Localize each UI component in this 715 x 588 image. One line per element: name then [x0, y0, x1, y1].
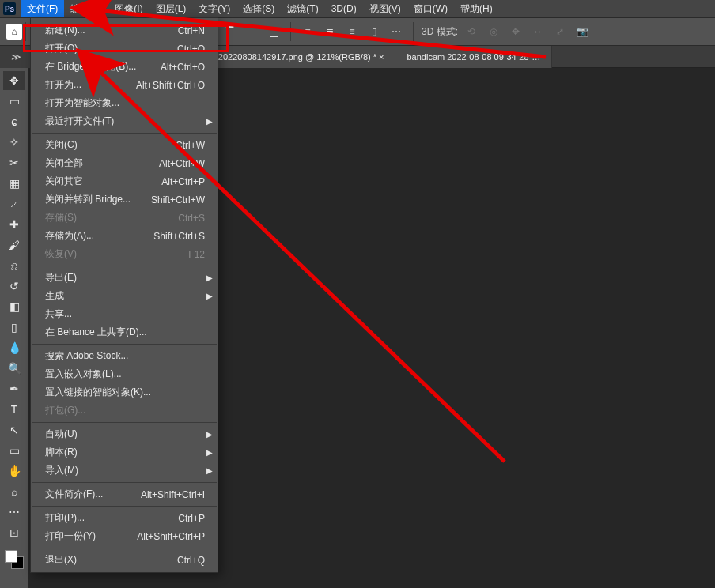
move-tool[interactable]: ✥ — [3, 71, 25, 90]
menu-item[interactable]: 共享... — [31, 305, 218, 323]
menubar-item-layer[interactable]: 图层(L) — [149, 0, 193, 17]
menu-item[interactable]: 退出(X)Ctrl+Q — [31, 551, 218, 569]
3d-pan-icon[interactable]: ✥ — [507, 23, 524, 40]
document-tab[interactable]: bandicam 2022-08-08 09-34-25-… — [395, 46, 552, 68]
menubar-item-image[interactable]: 图像(I) — [108, 0, 149, 17]
menu-item[interactable]: 最近打开文件(T)▶ — [31, 112, 218, 130]
menu-item-shortcut: Ctrl+Q — [177, 555, 205, 566]
menu-item[interactable]: 导入(M)▶ — [31, 462, 218, 480]
align-bottom-icon[interactable]: ▁ — [265, 23, 282, 40]
chevron-double-right-icon: ≫ — [11, 51, 21, 62]
menu-item-shortcut: Ctrl+O — [177, 43, 205, 55]
edit-toolbar[interactable]: ⊡ — [3, 523, 25, 542]
menu-separator — [32, 266, 217, 266]
menu-item[interactable]: 关闭并转到 Bridge...Shift+Ctrl+W — [31, 190, 218, 209]
menu-item-label: 存储为(A)... — [45, 229, 94, 243]
menu-item-shortcut: Alt+Shift+Ctrl+P — [137, 531, 205, 542]
path-selection-tool[interactable]: ↖ — [3, 420, 25, 439]
menu-item[interactable]: 打开为...Alt+Shift+Ctrl+O — [31, 76, 218, 94]
menu-separator — [32, 344, 217, 345]
color-swatch[interactable] — [5, 550, 24, 569]
distribute-more-icon[interactable]: ▯ — [365, 23, 383, 40]
frame-tool[interactable]: ▦ — [3, 174, 25, 193]
menu-item[interactable]: 打开为智能对象... — [31, 94, 218, 112]
3d-roll-icon[interactable]: ◎ — [485, 23, 502, 40]
menu-item-shortcut: Alt+Ctrl+O — [161, 62, 205, 73]
gradient-tool[interactable]: ▯ — [3, 318, 25, 337]
menu-item[interactable]: 打印一份(Y)Alt+Shift+Ctrl+P — [31, 527, 218, 545]
align-top-icon[interactable]: ▔ — [221, 23, 238, 40]
subrow-collapse[interactable]: ≫ — [0, 46, 32, 68]
3d-scale-icon[interactable]: ⤢ — [551, 23, 569, 40]
blur-tool[interactable]: 💧 — [3, 338, 25, 357]
type-tool[interactable]: T — [3, 400, 25, 419]
divider — [290, 22, 291, 41]
marquee-tool[interactable]: ▭ — [3, 92, 25, 111]
pen-tool[interactable]: ✒ — [3, 379, 25, 398]
crop-tool[interactable]: ✂ — [3, 153, 25, 172]
3d-slide-icon[interactable]: ↔ — [529, 23, 547, 40]
menu-item[interactable]: 在 Behance 上共享(D)... — [31, 323, 218, 341]
3d-orbit-icon[interactable]: ⟲ — [463, 23, 480, 40]
menubar-item-3d[interactable]: 3D(D) — [325, 0, 363, 17]
chevron-right-icon: ▶ — [206, 466, 213, 475]
menu-item[interactable]: 置入链接的智能对象(K)... — [31, 383, 218, 401]
menubar-item-filter[interactable]: 滤镜(T) — [281, 0, 324, 17]
menubar-item-help[interactable]: 帮助(H) — [454, 0, 499, 17]
healing-brush-tool[interactable]: ✚ — [3, 215, 25, 234]
menu-item[interactable]: 脚本(R)▶ — [31, 443, 218, 462]
menu-item[interactable]: 打开(O)...Ctrl+O — [31, 40, 218, 58]
hand-tool[interactable]: ✋ — [3, 462, 25, 481]
menubar-item-view[interactable]: 视图(V) — [363, 0, 407, 17]
menubar-item-window[interactable]: 窗口(W) — [407, 0, 454, 17]
history-brush-tool[interactable]: ↺ — [3, 277, 25, 296]
menu-item[interactable]: 自动(U)▶ — [31, 425, 218, 443]
menu-item[interactable]: 关闭(C)Ctrl+W — [31, 136, 218, 154]
chevron-right-icon: ▶ — [206, 273, 213, 282]
foreground-color-swatch[interactable] — [5, 550, 17, 563]
menu-item[interactable]: 置入嵌入对象(L)... — [31, 365, 218, 383]
distribute-bottom-icon[interactable]: ≡ — [343, 23, 361, 40]
home-icon[interactable]: ⌂ — [6, 24, 22, 40]
menubar-item-file[interactable]: 文件(F) — [21, 0, 64, 17]
menu-item-label: 打开(O)... — [45, 42, 85, 55]
distribute-top-icon[interactable]: ≡ — [299, 23, 316, 40]
magic-wand-tool[interactable]: ✧ — [3, 133, 25, 152]
align-middle-icon[interactable]: — — [243, 23, 260, 40]
3d-camera-icon[interactable]: 📷 — [573, 23, 591, 40]
menu-item[interactable]: 搜索 Adobe Stock... — [31, 347, 218, 365]
menu-separator — [32, 422, 217, 423]
menu-item: 存储(S)Ctrl+S — [31, 209, 218, 227]
menu-item-label: 打印(P)... — [45, 511, 85, 525]
options-more-icon[interactable]: ⋯ — [388, 23, 405, 40]
menu-item[interactable]: 导出(E)▶ — [31, 269, 218, 287]
lasso-tool[interactable]: ɕ — [3, 112, 25, 131]
eyedropper-tool[interactable]: ⟋ — [3, 194, 25, 213]
zoom-tool[interactable]: ⌕ — [3, 482, 25, 501]
menu-item[interactable]: 打印(P)...Ctrl+P — [31, 509, 218, 527]
menu-item[interactable]: 在 Bridge 中浏览(B)...Alt+Ctrl+O — [31, 58, 218, 76]
menu-item[interactable]: 新建(N)...Ctrl+N — [31, 21, 218, 40]
distribute-vcenter-icon[interactable]: ≣ — [321, 23, 339, 40]
menu-item[interactable]: 存储为(A)...Shift+Ctrl+S — [31, 227, 218, 245]
menubar-item-edit[interactable]: 编辑(E) — [64, 0, 108, 17]
3d-mode-label: 3D 模式: — [422, 25, 458, 39]
rectangle-tool[interactable]: ▭ — [3, 441, 25, 460]
menu-item[interactable]: 文件简介(F)...Alt+Shift+Ctrl+I — [31, 485, 218, 503]
menu-item-shortcut: Alt+Ctrl+W — [159, 158, 205, 169]
menu-item-label: 打开为... — [45, 78, 81, 92]
menu-item-shortcut: Shift+Ctrl+S — [153, 231, 205, 242]
menu-item[interactable]: 生成▶ — [31, 287, 218, 305]
toolbar: ✥▭ɕ✧✂▦⟋✚🖌⎌↺◧▯💧🔍✒T↖▭✋⌕⋯⊡ — [0, 68, 28, 588]
menu-item[interactable]: 关闭其它Alt+Ctrl+P — [31, 172, 218, 190]
menubar-item-select[interactable]: 选择(S) — [236, 0, 281, 17]
more-tools[interactable]: ⋯ — [3, 503, 25, 522]
dodge-tool[interactable]: 🔍 — [3, 359, 25, 378]
menu-item[interactable]: 关闭全部Alt+Ctrl+W — [31, 154, 218, 172]
eraser-tool[interactable]: ◧ — [3, 297, 25, 316]
menu-item-label: 存储(S) — [45, 211, 77, 224]
clone-stamp-tool[interactable]: ⎌ — [3, 256, 25, 275]
menu-item-label: 搜索 Adobe Stock... — [45, 349, 128, 363]
brush-tool[interactable]: 🖌 — [3, 236, 25, 254]
menubar-item-type[interactable]: 文字(Y) — [192, 0, 236, 17]
